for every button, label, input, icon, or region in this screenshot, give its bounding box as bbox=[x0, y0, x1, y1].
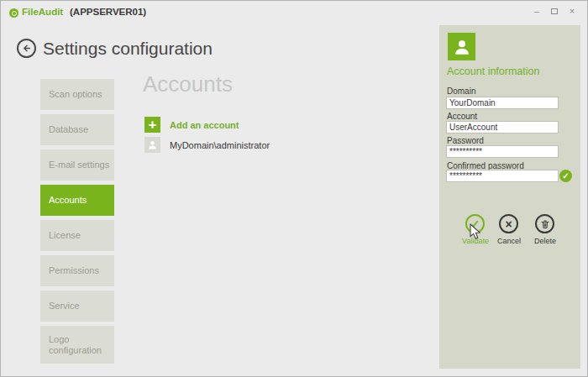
sidebar-item-accounts[interactable]: Accounts bbox=[40, 185, 114, 216]
sidebar-item-permissions[interactable]: Permissions bbox=[40, 255, 114, 286]
close-icon[interactable]: × bbox=[567, 6, 577, 16]
account-input[interactable] bbox=[446, 121, 559, 134]
account-information-panel: Account information Domain Account Passw… bbox=[439, 25, 580, 369]
x-icon: × bbox=[505, 218, 512, 230]
person-icon bbox=[144, 137, 160, 153]
sidebar-item-license[interactable]: License bbox=[40, 220, 114, 251]
account-list-item[interactable]: MyDomain\administrator bbox=[144, 137, 270, 153]
trash-icon bbox=[540, 219, 550, 229]
sidebar-item-logo-configuration[interactable]: Logo configuration bbox=[40, 326, 114, 364]
mouse-cursor bbox=[470, 223, 482, 240]
fileaudit-logo-icon bbox=[9, 8, 18, 18]
section-title: Accounts bbox=[143, 71, 233, 97]
back-button[interactable] bbox=[17, 39, 36, 58]
check-circle-icon: ✓ bbox=[559, 170, 572, 182]
title-bar: FileAudit (APPSERVER01) – × bbox=[1, 1, 587, 23]
window-controls: – × bbox=[532, 6, 577, 16]
sidebar: Scan options Database E-mail settings Ac… bbox=[40, 79, 114, 368]
sidebar-item-service[interactable]: Service bbox=[40, 291, 114, 322]
domain-input[interactable] bbox=[446, 97, 559, 109]
account-name: MyDomain\administrator bbox=[170, 140, 270, 150]
account-label: Account bbox=[447, 112, 477, 121]
page-title: Settings configuration bbox=[43, 39, 213, 59]
minimize-icon[interactable]: – bbox=[532, 6, 542, 16]
cancel-button[interactable]: × bbox=[499, 214, 518, 233]
password-label: Password bbox=[447, 136, 484, 145]
host-title: (APPSERVER01) bbox=[70, 7, 146, 17]
add-account-label: Add an account bbox=[170, 120, 239, 130]
delete-button[interactable] bbox=[535, 214, 554, 233]
domain-label: Domain bbox=[447, 86, 475, 96]
panel-title: Account information bbox=[447, 65, 539, 77]
add-account-button[interactable]: + Add an account bbox=[144, 117, 239, 133]
left-arrow-icon bbox=[21, 43, 32, 54]
app-title: FileAudit bbox=[22, 7, 63, 17]
maximize-icon[interactable] bbox=[549, 6, 559, 16]
confirmed-password-input[interactable] bbox=[446, 170, 559, 182]
plus-icon: + bbox=[144, 117, 160, 133]
sidebar-item-scan-options[interactable]: Scan options bbox=[40, 79, 114, 110]
app-window: FileAudit (APPSERVER01) – × Settings con… bbox=[0, 0, 588, 377]
account-avatar-icon bbox=[448, 33, 475, 60]
sidebar-item-database[interactable]: Database bbox=[40, 114, 114, 145]
password-input[interactable] bbox=[446, 145, 559, 158]
delete-label: Delete bbox=[524, 237, 566, 245]
sidebar-item-email-settings[interactable]: E-mail settings bbox=[40, 149, 114, 181]
